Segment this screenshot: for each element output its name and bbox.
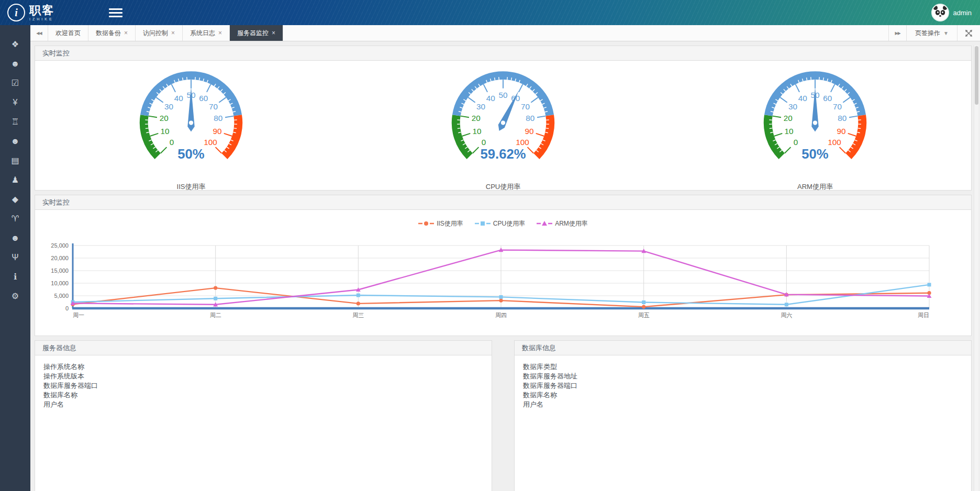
logo-title: 职客 [29, 5, 54, 16]
main-content: 实时监控 010203040506070809010050%IIS使用率0102… [30, 41, 980, 491]
legend-item-IIS使用率[interactable]: IIS使用率 [418, 217, 463, 230]
user-menu[interactable]: admin [931, 4, 980, 21]
sidebar-item-user[interactable]: ☻ [0, 228, 30, 248]
square-marker-icon [475, 221, 491, 226]
sidebar-item-info[interactable]: ℹ [0, 267, 30, 286]
gauge-chart: 010203040506070809010050% [751, 64, 879, 173]
svg-text:周日: 周日 [918, 312, 929, 318]
tab-operations-dropdown[interactable]: 页签操作 ▼ [906, 25, 957, 41]
gauges-body: 010203040506070809010050%IIS使用率010203040… [35, 61, 971, 190]
hamburger-menu-icon[interactable] [109, 6, 122, 19]
sidebar-item-cubes[interactable]: ❖ [0, 35, 30, 54]
tab-访问控制[interactable]: 访问控制× [136, 25, 183, 41]
server-info-list: 操作系统名称操作系统版本数据库服务器端口数据库名称用户名 [35, 355, 492, 416]
database-info-item: 数据库名称 [523, 390, 963, 400]
sidebar-item-street-view[interactable]: ♟ [0, 170, 30, 189]
gauge-chart: 010203040506070809010059.62% [439, 64, 567, 173]
tab-close-icon[interactable]: × [171, 29, 175, 37]
legend-item-CPU使用率[interactable]: CPU使用率 [475, 217, 525, 230]
tab-label: 系统日志 [190, 29, 215, 38]
sidebar-item-yen[interactable]: ¥ [0, 93, 30, 112]
info-panels-row: 服务器信息 操作系统名称操作系统版本数据库服务器端口数据库名称用户名 数据库信息… [35, 340, 972, 491]
tab-close-icon[interactable]: × [218, 29, 222, 37]
sidebar-item-trophy[interactable]: Ψ [0, 248, 30, 267]
app-logo[interactable]: i 职客 IZHIKE [0, 4, 103, 21]
avatar[interactable] [931, 4, 949, 21]
tab-服务器监控[interactable]: 服务器监控× [230, 25, 283, 41]
server-info-item: 用户名 [43, 400, 483, 409]
tab-数据备份[interactable]: 数据备份× [88, 25, 136, 41]
sidebar-item-check-square[interactable]: ☑ [0, 73, 30, 93]
legend-item-ARM使用率[interactable]: ARM使用率 [537, 217, 588, 230]
sidebar-item-graduation-cap[interactable]: ◆ [0, 189, 30, 209]
triangle-marker-icon [537, 221, 552, 226]
svg-text:25,000: 25,000 [51, 242, 69, 249]
sidebar-item-bank[interactable]: ♖ [0, 112, 30, 131]
tabbar-right-controls: ▶▶ 页签操作 ▼ [888, 25, 980, 41]
database-info-item: 数据库服务器地址 [523, 372, 963, 381]
database-info-list: 数据库类型数据库服务器地址数据库服务器端口数据库名称用户名 [515, 355, 971, 416]
svg-text:70: 70 [833, 102, 842, 111]
sidebar-item-users[interactable]: ☻ [0, 54, 30, 73]
svg-text:20,000: 20,000 [51, 255, 69, 261]
sidebar-item-child[interactable]: ♈ [0, 209, 30, 228]
gauge-ARM使用率: 010203040506070809010050%ARM使用率 [659, 64, 971, 190]
vertical-scrollbar[interactable] [974, 45, 978, 491]
tabs-scroll-right-icon[interactable]: ▶▶ [888, 25, 906, 41]
panda-avatar-icon [932, 5, 948, 20]
tab-label: 服务器监控 [237, 29, 269, 38]
briefcase-icon: ▤ [11, 155, 19, 165]
svg-text:周五: 周五 [638, 312, 650, 318]
svg-text:0: 0 [794, 138, 798, 147]
gauge-caption: ARM使用率 [659, 182, 971, 192]
legend-label: CPU使用率 [493, 219, 525, 228]
username-label: admin [953, 9, 972, 17]
user-icon: ☻ [11, 233, 20, 243]
server-info-item: 操作系统名称 [43, 362, 483, 372]
child-icon: ♈ [12, 214, 19, 224]
graduation-cap-icon: ◆ [12, 194, 18, 204]
cogs-icon: ⚙ [12, 291, 19, 301]
tab-系统日志[interactable]: 系统日志× [183, 25, 230, 41]
svg-text:40: 40 [486, 94, 495, 103]
database-info-title: 数据库信息 [515, 341, 971, 355]
server-info-panel: 服务器信息 操作系统名称操作系统版本数据库服务器端口数据库名称用户名 [35, 340, 492, 491]
line-chart: 05,00010,00015,00020,00025,000周一周二周三周四周五… [35, 230, 970, 334]
chart-body: IIS使用率CPU使用率ARM使用率 05,00010,00015,00020,… [35, 210, 971, 336]
sidebar-item-cogs[interactable]: ⚙ [0, 286, 30, 306]
sidebar-nav: ❖☻☑¥♖☻▤♟◆♈☻Ψℹ⚙ [0, 25, 30, 491]
svg-text:60: 60 [199, 94, 208, 103]
expand-arrows-icon [965, 29, 973, 37]
tab-label: 访问控制 [143, 29, 168, 38]
tab-bar: ◀◀ 欢迎首页数据备份×访问控制×系统日志×服务器监控× ▶▶ 页签操作 ▼ [30, 25, 980, 41]
legend-label: IIS使用率 [437, 219, 463, 228]
gauge-caption: IIS使用率 [35, 182, 347, 192]
database-info-item: 数据库类型 [523, 362, 963, 372]
server-info-item: 操作系统版本 [43, 372, 483, 381]
svg-text:90: 90 [837, 127, 845, 136]
tabs-scroll-left-icon[interactable]: ◀◀ [30, 25, 48, 41]
bank-icon: ♖ [12, 117, 19, 127]
logo-icon: i [7, 4, 25, 21]
tab-close-icon[interactable]: × [272, 29, 275, 37]
svg-text:90: 90 [213, 127, 221, 136]
info-icon: ℹ [14, 272, 17, 282]
svg-text:60: 60 [823, 94, 832, 103]
scrollbar-thumb[interactable] [975, 46, 978, 105]
check-square-icon: ☑ [12, 78, 19, 88]
svg-text:50: 50 [499, 91, 508, 99]
svg-text:10,000: 10,000 [51, 280, 69, 286]
svg-text:30: 30 [164, 102, 173, 111]
chart-panel: 实时监控 IIS使用率CPU使用率ARM使用率 05,00010,00015,0… [35, 195, 972, 336]
svg-text:100: 100 [516, 138, 529, 147]
tab-label: 欢迎首页 [55, 29, 81, 38]
sidebar-item-briefcase[interactable]: ▤ [0, 151, 30, 170]
tab-欢迎首页[interactable]: 欢迎首页 [48, 25, 88, 41]
tab-close-icon[interactable]: × [124, 29, 128, 37]
sidebar-item-team[interactable]: ☻ [0, 131, 30, 151]
svg-text:周二: 周二 [210, 312, 221, 318]
users-icon: ☻ [11, 59, 20, 69]
svg-text:30: 30 [476, 102, 485, 111]
svg-text:15,000: 15,000 [51, 267, 69, 274]
fullscreen-button[interactable] [957, 25, 980, 41]
